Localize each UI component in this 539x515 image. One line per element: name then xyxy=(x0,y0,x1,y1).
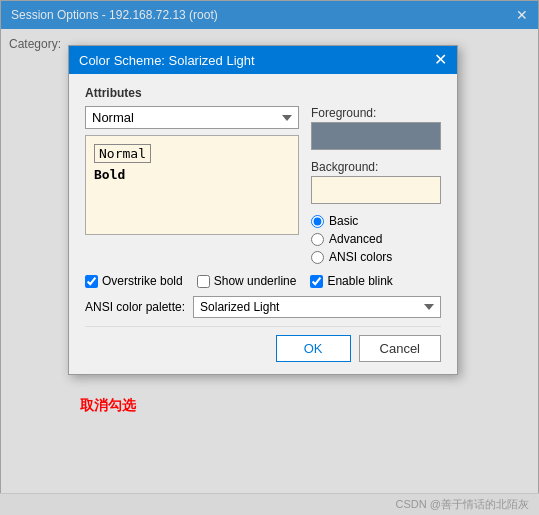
attributes-left: Normal Bold Italic Underline Normal Bold xyxy=(85,106,299,235)
attributes-select[interactable]: Normal Bold Italic Underline xyxy=(85,106,299,129)
dialog-close-icon[interactable]: ✕ xyxy=(434,52,447,68)
radio-basic[interactable]: Basic xyxy=(311,214,441,228)
preview-normal-text: Normal xyxy=(94,144,151,163)
foreground-label: Foreground: xyxy=(311,106,441,120)
attributes-row: Normal Bold Italic Underline Normal Bold… xyxy=(85,106,441,264)
checkbox-underline[interactable]: Show underline xyxy=(197,274,297,288)
ok-button[interactable]: OK xyxy=(276,335,351,362)
overstrike-label: Overstrike bold xyxy=(102,274,183,288)
cancel-button[interactable]: Cancel xyxy=(359,335,441,362)
background-label: Background: xyxy=(311,160,441,174)
dialog-body: Attributes Normal Bold Italic Underline … xyxy=(69,74,457,374)
button-row: OK Cancel xyxy=(85,326,441,362)
checkboxes-row: Overstrike bold Show underline Enable bl… xyxy=(85,274,441,288)
blink-label: Enable blink xyxy=(327,274,392,288)
color-scheme-dialog: Color Scheme: Solarized Light ✕ Attribut… xyxy=(68,45,458,375)
dialog-overlay: Color Scheme: Solarized Light ✕ Attribut… xyxy=(0,0,539,515)
attributes-label: Attributes xyxy=(85,86,441,100)
checkbox-overstrike[interactable]: Overstrike bold xyxy=(85,274,183,288)
radio-ansi-label: ANSI colors xyxy=(329,250,392,264)
preview-bold-text: Bold xyxy=(94,167,290,182)
radio-basic-label: Basic xyxy=(329,214,358,228)
ansi-palette-select[interactable]: Solarized Light Default Tango Linux xyxy=(193,296,441,318)
foreground-swatch[interactable] xyxy=(311,122,441,150)
ansi-row: ANSI color palette: Solarized Light Defa… xyxy=(85,296,441,318)
checkbox-blink[interactable]: Enable blink xyxy=(310,274,392,288)
background-swatch[interactable] xyxy=(311,176,441,204)
dialog-titlebar: Color Scheme: Solarized Light ✕ xyxy=(69,46,457,74)
radio-advanced[interactable]: Advanced xyxy=(311,232,441,246)
radio-ansi[interactable]: ANSI colors xyxy=(311,250,441,264)
radio-advanced-label: Advanced xyxy=(329,232,382,246)
attributes-right: Foreground: Background: Basic Advanced xyxy=(311,106,441,264)
overstrike-checkbox[interactable] xyxy=(85,275,98,288)
preview-box: Normal Bold xyxy=(85,135,299,235)
dialog-title: Color Scheme: Solarized Light xyxy=(79,53,255,68)
underline-checkbox[interactable] xyxy=(197,275,210,288)
ansi-palette-label: ANSI color palette: xyxy=(85,300,185,314)
blink-checkbox[interactable] xyxy=(310,275,323,288)
radio-group: Basic Advanced ANSI colors xyxy=(311,214,441,264)
underline-label: Show underline xyxy=(214,274,297,288)
